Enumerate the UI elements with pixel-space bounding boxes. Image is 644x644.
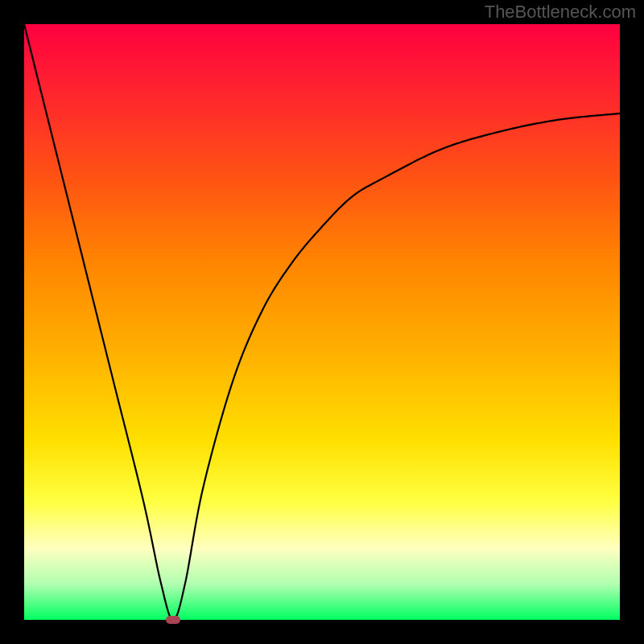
watermark-text: TheBottleneck.com	[485, 2, 636, 23]
chart-frame: TheBottleneck.com	[0, 0, 644, 644]
plot-area	[24, 24, 620, 620]
bottleneck-curve-line	[24, 24, 620, 620]
minimum-marker	[166, 616, 180, 624]
curve-svg	[24, 24, 620, 620]
